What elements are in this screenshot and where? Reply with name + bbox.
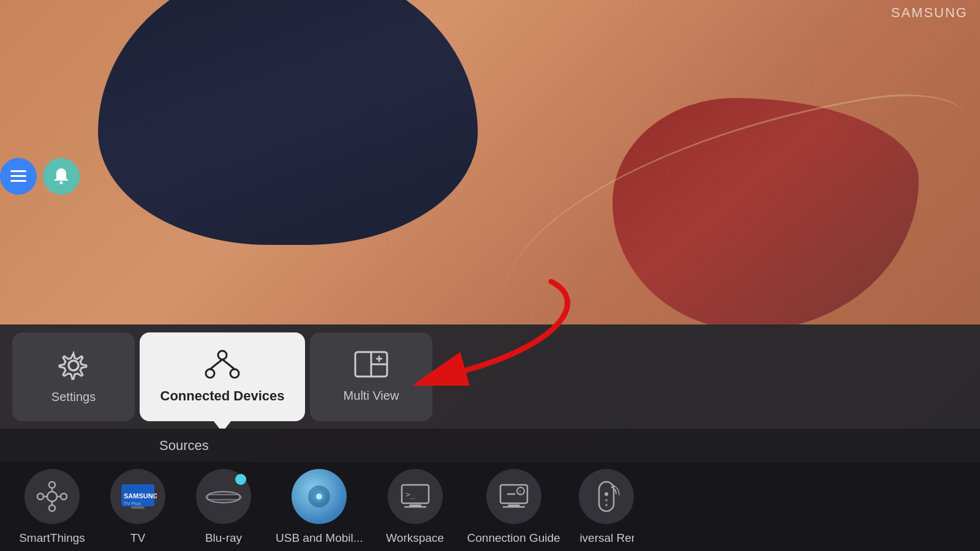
source-workspace[interactable]: >_ Workspace: [382, 469, 449, 545]
tv-label: TV: [130, 531, 145, 545]
usb-mobile-label: USB and Mobil...: [276, 531, 363, 545]
svg-point-16: [47, 492, 57, 501]
connection-guide-label: Connection Guide: [467, 531, 560, 545]
svg-point-4: [69, 361, 78, 370]
svg-point-7: [230, 369, 239, 378]
source-universal-remote[interactable]: Universal Ren...: [579, 469, 634, 545]
svg-point-5: [218, 351, 227, 359]
workspace-icon-circle: >_: [388, 469, 443, 524]
brand-text: SAMSUNG: [891, 5, 968, 21]
source-bluray[interactable]: Blu-ray: [190, 469, 257, 545]
svg-point-20: [61, 493, 67, 500]
connected-devices-label: Connected Devices: [160, 388, 285, 404]
sources-bar: Sources: [0, 429, 980, 462]
svg-text:i: i: [519, 489, 521, 495]
multiview-menu-item[interactable]: Multi View: [310, 332, 432, 421]
source-connection-guide[interactable]: i Connection Guide: [467, 469, 560, 545]
multiview-icon: [354, 351, 388, 380]
svg-point-49: [605, 504, 608, 506]
smartthings-label: SmartThings: [19, 531, 85, 545]
svg-rect-32: [208, 495, 239, 500]
sources-row: SmartThings SAMSUNG TV Plus TV: [0, 462, 980, 551]
notification-button[interactable]: [43, 158, 80, 195]
bluray-label: Blu-ray: [205, 531, 242, 545]
svg-rect-0: [10, 170, 26, 172]
svg-point-6: [206, 369, 214, 378]
sources-label: Sources: [159, 438, 209, 454]
svg-rect-2: [10, 180, 26, 182]
svg-line-8: [210, 359, 222, 369]
svg-text:TV Plus: TV Plus: [124, 501, 141, 506]
svg-point-44: [517, 487, 524, 495]
settings-menu-item[interactable]: Settings: [12, 332, 135, 421]
svg-point-48: [605, 499, 608, 501]
source-usb-mobile[interactable]: USB and Mobil...: [276, 469, 363, 545]
menu-bar: Settings Connected Devices: [0, 324, 980, 429]
connected-devices-icon: [204, 349, 241, 380]
connected-devices-menu-item[interactable]: Connected Devices: [140, 332, 305, 421]
usb-icon-circle: [292, 469, 347, 524]
settings-icon: [58, 350, 89, 381]
svg-point-18: [49, 505, 55, 511]
svg-point-19: [37, 493, 43, 500]
wallpaper-dark-blob: [98, 0, 478, 245]
svg-point-3: [60, 181, 63, 184]
svg-rect-1: [10, 175, 26, 177]
multiview-label: Multi View: [344, 389, 399, 403]
connection-guide-icon-circle: i: [486, 469, 541, 524]
tv-icon-circle: SAMSUNG TV Plus: [110, 469, 165, 524]
source-tv[interactable]: SAMSUNG TV Plus TV: [104, 469, 172, 545]
smartthings-icon-circle: [24, 469, 80, 524]
bluray-active-dot: [235, 474, 246, 485]
svg-point-35: [316, 493, 322, 500]
menu-button[interactable]: [0, 158, 37, 195]
workspace-label: Workspace: [386, 531, 444, 545]
svg-rect-28: [131, 506, 145, 509]
bluray-icon-circle: [196, 469, 251, 524]
top-left-buttons: [0, 158, 80, 195]
universal-remote-icon-circle: [579, 469, 634, 524]
svg-point-17: [49, 482, 55, 488]
settings-label: Settings: [51, 390, 96, 404]
universal-remote-label: Universal Ren...: [579, 531, 634, 545]
svg-text:SAMSUNG: SAMSUNG: [124, 492, 157, 500]
source-smartthings[interactable]: SmartThings: [18, 469, 86, 545]
svg-point-47: [605, 492, 608, 496]
svg-line-9: [222, 359, 235, 369]
svg-text:>_: >_: [405, 490, 415, 499]
